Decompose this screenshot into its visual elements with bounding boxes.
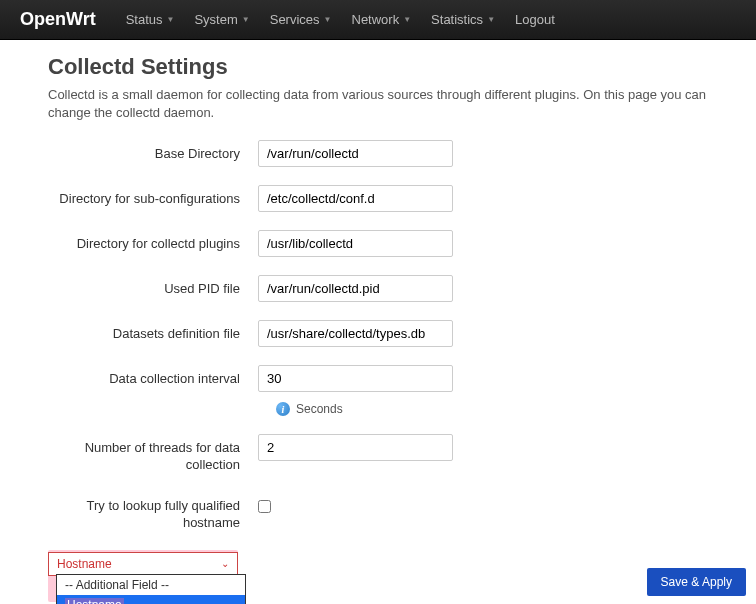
additional-field-area: Hostname ⌄ Add -- Additional Field -- Ho…	[48, 550, 708, 602]
caret-down-icon: ▼	[403, 15, 411, 24]
input-sub-conf[interactable]	[258, 185, 453, 212]
nav-network[interactable]: Network▼	[342, 12, 422, 27]
nav-services[interactable]: Services▼	[260, 12, 342, 27]
nav-network-label: Network	[352, 12, 400, 27]
row-base-dir: Base Directory	[48, 140, 708, 167]
nav-status[interactable]: Status▼	[116, 12, 185, 27]
label-pid-file: Used PID file	[48, 275, 258, 298]
caret-down-icon: ▼	[487, 15, 495, 24]
dropdown-option-header[interactable]: -- Additional Field --	[57, 575, 245, 595]
row-fqdn: Try to lookup fully qualified hostname	[48, 492, 708, 532]
nav-system-label: System	[194, 12, 237, 27]
navbar: OpenWrt Status▼ System▼ Services▼ Networ…	[0, 0, 756, 40]
page-title: Collectd Settings	[48, 54, 708, 80]
row-pid-file: Used PID file	[48, 275, 708, 302]
label-plugins-dir: Directory for collectd plugins	[48, 230, 258, 253]
main-content: Collectd Settings Collectd is a small da…	[0, 40, 756, 604]
chevron-down-icon: ⌄	[221, 558, 229, 569]
input-pid-file[interactable]	[258, 275, 453, 302]
dropdown-menu: -- Additional Field -- Hostname	[56, 574, 246, 604]
input-types-db[interactable]	[258, 320, 453, 347]
additional-field-selected: Hostname	[57, 557, 112, 571]
row-interval: Data collection interval	[48, 365, 708, 392]
caret-down-icon: ▼	[167, 15, 175, 24]
hint-interval-text: Seconds	[296, 402, 343, 416]
label-base-dir: Base Directory	[48, 140, 258, 163]
dropdown-option-hostname-label: Hostname	[65, 598, 124, 604]
row-threads: Number of threads for data collection	[48, 434, 708, 474]
brand: OpenWrt	[20, 9, 96, 30]
nav-status-label: Status	[126, 12, 163, 27]
nav-statistics-label: Statistics	[431, 12, 483, 27]
label-types-db: Datasets definition file	[48, 320, 258, 343]
info-icon: i	[276, 402, 290, 416]
additional-field-select[interactable]: Hostname ⌄	[48, 552, 238, 576]
row-types-db: Datasets definition file	[48, 320, 708, 347]
nav-services-label: Services	[270, 12, 320, 27]
hint-interval: i Seconds	[48, 402, 708, 416]
row-sub-conf: Directory for sub-configurations	[48, 185, 708, 212]
caret-down-icon: ▼	[324, 15, 332, 24]
input-interval[interactable]	[258, 365, 453, 392]
save-apply-button[interactable]: Save & Apply	[647, 568, 746, 596]
label-interval: Data collection interval	[48, 365, 258, 388]
caret-down-icon: ▼	[242, 15, 250, 24]
checkbox-fqdn[interactable]	[258, 500, 271, 513]
nav-logout[interactable]: Logout	[505, 12, 565, 27]
label-sub-conf: Directory for sub-configurations	[48, 185, 258, 208]
input-base-dir[interactable]	[258, 140, 453, 167]
label-fqdn: Try to lookup fully qualified hostname	[48, 492, 258, 532]
label-threads: Number of threads for data collection	[48, 434, 258, 474]
dropdown-option-hostname[interactable]: Hostname	[57, 595, 245, 604]
nav-statistics[interactable]: Statistics▼	[421, 12, 505, 27]
nav-logout-label: Logout	[515, 12, 555, 27]
input-threads[interactable]	[258, 434, 453, 461]
nav-system[interactable]: System▼	[184, 12, 259, 27]
footer: Save & Apply	[637, 560, 756, 604]
input-plugins-dir[interactable]	[258, 230, 453, 257]
row-plugins-dir: Directory for collectd plugins	[48, 230, 708, 257]
page-description: Collectd is a small daemon for collectin…	[48, 86, 708, 122]
